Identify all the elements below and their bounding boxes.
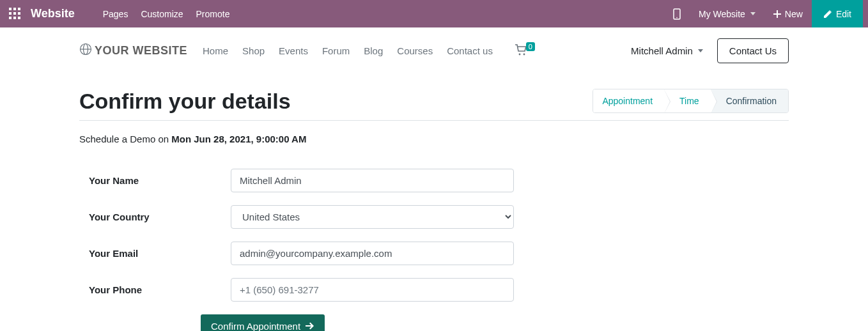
schedule-datetime: Mon Jun 28, 2021, 9:00:00 AM xyxy=(171,134,306,144)
label-name: Your Name xyxy=(79,175,231,186)
nav-blog[interactable]: Blog xyxy=(364,45,383,56)
label-email: Your Email xyxy=(79,248,231,259)
label-country: Your Country xyxy=(79,212,231,222)
arrow-right-icon xyxy=(306,321,314,331)
wizard-progress: Appointment Time Confirmation xyxy=(593,89,789,113)
mobile-preview-button[interactable] xyxy=(664,0,690,27)
nav-forum[interactable]: Forum xyxy=(322,45,350,56)
edit-button[interactable]: Edit xyxy=(812,0,863,27)
user-menu[interactable]: Mitchell Admin xyxy=(631,45,703,56)
website-switcher[interactable]: My Website xyxy=(690,0,764,27)
input-phone[interactable] xyxy=(231,278,514,302)
caret-down-icon xyxy=(698,49,703,52)
title-divider xyxy=(79,120,789,121)
page-scroll-area[interactable]: YOUR WEBSITE Home Shop Events Forum Blog… xyxy=(0,27,868,331)
page-title: Confirm your details xyxy=(79,89,291,114)
select-country[interactable]: United States xyxy=(231,205,514,229)
nav-shop[interactable]: Shop xyxy=(242,45,265,56)
plus-icon xyxy=(773,10,781,18)
new-button-label: New xyxy=(785,9,803,19)
top-menu-pages[interactable]: Pages xyxy=(97,9,135,19)
svg-rect-8 xyxy=(18,17,20,19)
confirm-appointment-button[interactable]: Confirm Appointment xyxy=(201,314,325,331)
top-menu: Pages Customize Promote xyxy=(97,9,236,19)
cart-link[interactable]: 0 xyxy=(515,44,536,58)
label-phone: Your Phone xyxy=(79,284,231,295)
schedule-prefix: Schedule a Demo on xyxy=(79,134,171,144)
edit-button-label: Edit xyxy=(836,9,851,19)
pencil-icon xyxy=(823,10,832,19)
globe-icon xyxy=(79,43,92,59)
input-email[interactable] xyxy=(231,242,514,265)
wizard-step-time[interactable]: Time xyxy=(664,89,711,112)
schedule-summary: Schedule a Demo on Mon Jun 28, 2021, 9:0… xyxy=(79,134,789,144)
wizard-step-confirmation: Confirmation xyxy=(711,89,788,112)
confirm-details-form: Your Name Your Country United States You… xyxy=(79,169,789,331)
site-logo-text: YOUR WEBSITE xyxy=(95,44,187,58)
app-topbar: Website Pages Customize Promote My Websi… xyxy=(0,0,868,27)
svg-point-15 xyxy=(523,53,525,55)
svg-point-14 xyxy=(518,53,520,55)
svg-rect-2 xyxy=(18,8,20,10)
site-header: YOUR WEBSITE Home Shop Events Forum Blog… xyxy=(79,27,789,73)
svg-rect-6 xyxy=(9,17,12,19)
apps-grid-icon[interactable] xyxy=(9,8,22,20)
top-menu-customize[interactable]: Customize xyxy=(134,9,189,19)
nav-home[interactable]: Home xyxy=(203,45,228,56)
confirm-button-label: Confirm Appointment xyxy=(211,321,300,331)
wizard-step-appointment[interactable]: Appointment xyxy=(593,89,664,112)
svg-rect-1 xyxy=(13,8,16,10)
user-menu-label: Mitchell Admin xyxy=(631,45,693,56)
mobile-icon xyxy=(673,8,681,20)
svg-rect-3 xyxy=(9,12,12,15)
svg-rect-4 xyxy=(13,12,16,15)
app-brand[interactable]: Website xyxy=(31,7,75,20)
top-menu-promote[interactable]: Promote xyxy=(190,9,236,19)
site-nav: Home Shop Events Forum Blog Courses Cont… xyxy=(203,45,493,56)
website-switcher-label: My Website xyxy=(699,9,745,19)
nav-contact[interactable]: Contact us xyxy=(447,45,493,56)
nav-courses[interactable]: Courses xyxy=(397,45,433,56)
nav-events[interactable]: Events xyxy=(279,45,308,56)
site-logo[interactable]: YOUR WEBSITE xyxy=(79,43,187,59)
svg-rect-5 xyxy=(18,12,20,15)
svg-rect-7 xyxy=(13,17,16,19)
contact-us-button[interactable]: Contact Us xyxy=(717,38,789,63)
svg-point-10 xyxy=(676,17,678,18)
cart-icon xyxy=(515,44,527,58)
cart-count-badge: 0 xyxy=(526,42,535,51)
new-button[interactable]: New xyxy=(764,0,812,27)
caret-down-icon xyxy=(750,12,756,15)
input-name[interactable] xyxy=(231,169,514,192)
svg-rect-0 xyxy=(9,8,12,10)
